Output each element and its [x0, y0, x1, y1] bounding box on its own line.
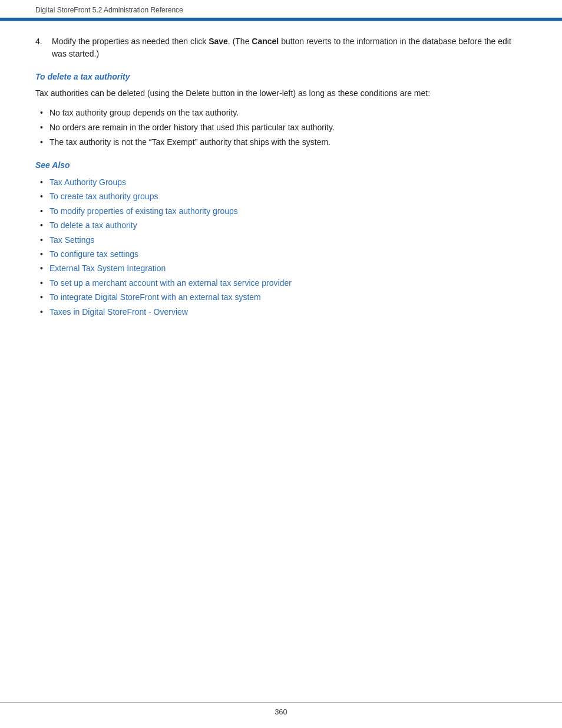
- see-also-link-item-3[interactable]: To delete a tax authority: [35, 219, 527, 232]
- see-also-link-item-0[interactable]: Tax Authority Groups: [35, 176, 527, 189]
- delete-bullets-list: No tax authority group depends on the ta…: [35, 107, 527, 149]
- see-also-link-item-2[interactable]: To modify properties of existing tax aut…: [35, 205, 527, 218]
- link-create-tax-authority-groups[interactable]: To create tax authority groups: [49, 192, 158, 201]
- see-also-link-item-4[interactable]: Tax Settings: [35, 233, 527, 246]
- see-also-heading: See Also: [35, 160, 527, 170]
- link-configure-tax-settings[interactable]: To configure tax settings: [49, 249, 138, 259]
- step-4-cancel-label: Cancel: [252, 37, 279, 46]
- link-tax-settings[interactable]: Tax Settings: [49, 235, 94, 245]
- main-content: 4. Modify the properties as needed then …: [0, 21, 562, 363]
- see-also-link-item-8[interactable]: To integrate Digital StoreFront with an …: [35, 291, 527, 304]
- step-4-text-between: . (The: [228, 37, 252, 46]
- footer: 360: [0, 702, 562, 716]
- page-number: 360: [275, 707, 287, 716]
- delete-intro: Tax authorities can be deleted (using th…: [35, 87, 527, 100]
- step-4-text-before-save: Modify the properties as needed then cli…: [52, 37, 209, 46]
- see-also-link-item-1[interactable]: To create tax authority groups: [35, 190, 527, 203]
- link-taxes-dsf-overview[interactable]: Taxes in Digital StoreFront - Overview: [49, 307, 188, 317]
- step-4-item: 4. Modify the properties as needed then …: [35, 35, 527, 60]
- header-bar: Digital StoreFront 5.2 Administration Re…: [0, 0, 562, 19]
- see-also-links-list: Tax Authority Groups To create tax autho…: [35, 176, 527, 318]
- see-also-link-item-6[interactable]: External Tax System Integration: [35, 262, 527, 275]
- step-4-text: Modify the properties as needed then cli…: [52, 35, 527, 60]
- page-container: Digital StoreFront 5.2 Administration Re…: [0, 0, 562, 728]
- header-title: Digital StoreFront 5.2 Administration Re…: [35, 6, 183, 14]
- link-modify-tax-authority-groups[interactable]: To modify properties of existing tax aut…: [49, 206, 238, 216]
- delete-bullet-3: The tax authority is not the “Tax Exempt…: [35, 136, 527, 149]
- delete-bullet-1: No tax authority group depends on the ta…: [35, 107, 527, 119]
- link-merchant-account-external-provider[interactable]: To set up a merchant account with an ext…: [49, 278, 292, 288]
- link-delete-tax-authority[interactable]: To delete a tax authority: [49, 220, 137, 230]
- link-external-tax-system-integration[interactable]: External Tax System Integration: [49, 263, 166, 273]
- delete-bullet-2: No orders are remain in the order histor…: [35, 121, 527, 134]
- step-4-save-label: Save: [209, 37, 228, 46]
- see-also-link-item-9[interactable]: Taxes in Digital StoreFront - Overview: [35, 305, 527, 318]
- delete-heading: To delete a tax authority: [35, 72, 527, 81]
- step-4-number: 4.: [35, 35, 46, 60]
- see-also-link-item-5[interactable]: To configure tax settings: [35, 248, 527, 261]
- see-also-link-item-7[interactable]: To set up a merchant account with an ext…: [35, 276, 527, 289]
- link-tax-authority-groups[interactable]: Tax Authority Groups: [49, 177, 126, 187]
- link-integrate-dsf-external-tax[interactable]: To integrate Digital StoreFront with an …: [49, 292, 261, 302]
